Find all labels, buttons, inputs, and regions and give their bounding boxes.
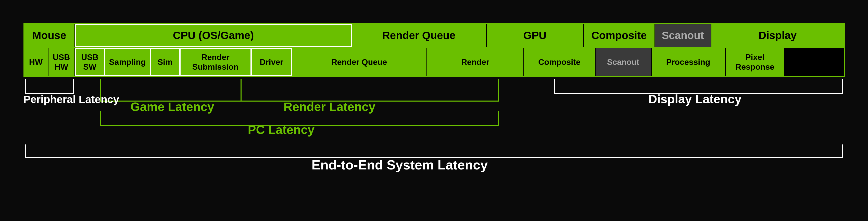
- sim-cell: Sim: [151, 48, 180, 76]
- hw-cell: HW: [24, 48, 49, 76]
- pixel-response-cell: Pixel Response: [726, 48, 784, 76]
- render-queue-sub-cell: Render Queue: [292, 48, 427, 76]
- brackets-section: Game Latency Render Latency Peripheral L…: [24, 78, 845, 190]
- scanout-sub-cell: Scanout: [596, 48, 652, 76]
- gpu-category: GPU: [487, 24, 584, 47]
- pc-latency-label: PC Latency: [248, 123, 314, 137]
- render-submission-cell: Render Submission: [180, 48, 251, 76]
- display-category: Display: [711, 24, 844, 47]
- mouse-category: Mouse: [24, 24, 75, 47]
- render-latency-label: Render Latency: [284, 100, 375, 114]
- display-latency-label: Display Latency: [648, 92, 742, 106]
- peripheral-latency-label: Peripheral Latency: [24, 93, 119, 106]
- cpu-category: CPU (OS/Game): [75, 24, 352, 47]
- render-queue-category: Render Queue: [352, 24, 487, 47]
- sampling-cell: Sampling: [104, 48, 151, 76]
- end-to-end-label: End-to-End System Latency: [312, 157, 488, 172]
- render-cell: Render: [427, 48, 524, 76]
- latency-diagram: Mouse CPU (OS/Game) Render Queue GPU Com…: [13, 15, 855, 206]
- processing-cell: Processing: [652, 48, 726, 76]
- scanout-category: Scanout: [655, 24, 711, 47]
- composite-sub-cell: Composite: [524, 48, 596, 76]
- top-category-row: Mouse CPU (OS/Game) Render Queue GPU Com…: [24, 23, 845, 48]
- driver-cell: Driver: [251, 48, 292, 76]
- game-latency-label: Game Latency: [131, 100, 214, 114]
- composite-category: Composite: [584, 24, 655, 47]
- sub-category-row: HW USB HW USB SW Sampling Sim Render Sub…: [24, 48, 845, 77]
- usb-sw-cell: USB SW: [75, 48, 104, 76]
- usb-hw-cell: USB HW: [49, 48, 75, 76]
